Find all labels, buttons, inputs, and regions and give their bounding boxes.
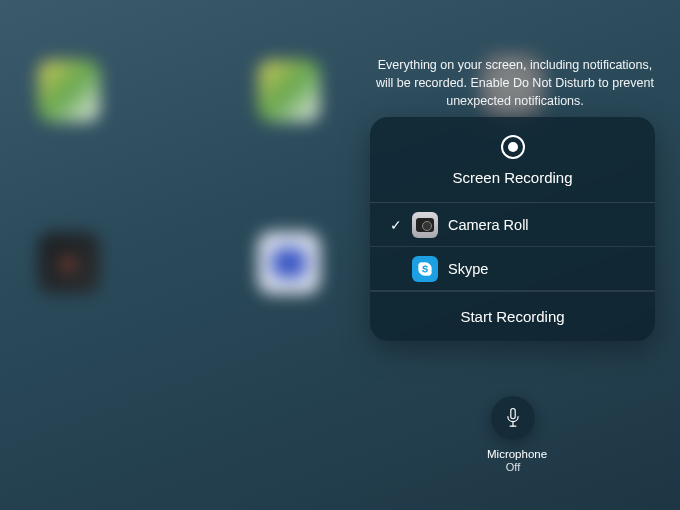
destination-option-camera-roll[interactable]: ✓ Camera Roll <box>370 203 655 247</box>
microphone-label: Microphone <box>487 447 539 461</box>
checkmark-icon: ✓ <box>386 217 406 233</box>
record-icon <box>501 135 525 159</box>
destination-label: Camera Roll <box>448 217 529 233</box>
recording-info-text: Everything on your screen, including not… <box>370 56 660 110</box>
microphone-state: Off <box>487 461 539 473</box>
skype-icon <box>412 256 438 282</box>
camera-icon <box>412 212 438 238</box>
start-recording-label: Start Recording <box>460 308 564 325</box>
screen-recording-context-menu: Everything on your screen, including not… <box>0 0 680 510</box>
microphone-icon <box>504 407 522 429</box>
start-recording-button[interactable]: Start Recording <box>370 291 655 341</box>
panel-header: Screen Recording <box>370 117 655 203</box>
svg-rect-0 <box>511 408 515 418</box>
destination-option-skype[interactable]: Skype <box>370 247 655 291</box>
panel-title: Screen Recording <box>452 169 572 186</box>
screen-recording-panel: Screen Recording ✓ Camera Roll Skype Sta… <box>370 117 655 341</box>
background-app-icon <box>258 232 320 294</box>
destination-label: Skype <box>448 261 488 277</box>
microphone-control: Microphone Off <box>487 396 539 473</box>
background-app-icon <box>38 60 100 122</box>
background-app-icon <box>258 60 320 122</box>
background-app-icon <box>38 232 100 294</box>
microphone-toggle-button[interactable] <box>491 396 535 440</box>
